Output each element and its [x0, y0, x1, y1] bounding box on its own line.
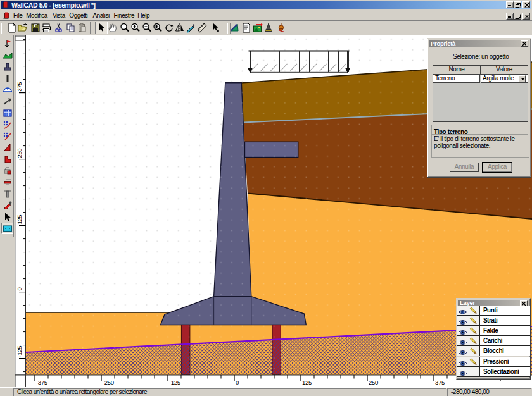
svg-text:-125: -125: [169, 379, 180, 386]
svg-text:0: 0: [236, 379, 239, 386]
svg-text:375: 375: [16, 82, 23, 92]
svg-text:0: 0: [16, 288, 23, 291]
svg-text:-375: -375: [36, 379, 48, 386]
svg-text:-250: -250: [103, 379, 114, 386]
svg-text:125: 125: [16, 215, 23, 225]
svg-text:-125: -125: [16, 346, 23, 357]
svg-text:250: 250: [16, 149, 23, 158]
svg-text:125: 125: [302, 379, 312, 386]
svg-text:250: 250: [369, 379, 378, 386]
svg-text:375: 375: [435, 379, 445, 386]
